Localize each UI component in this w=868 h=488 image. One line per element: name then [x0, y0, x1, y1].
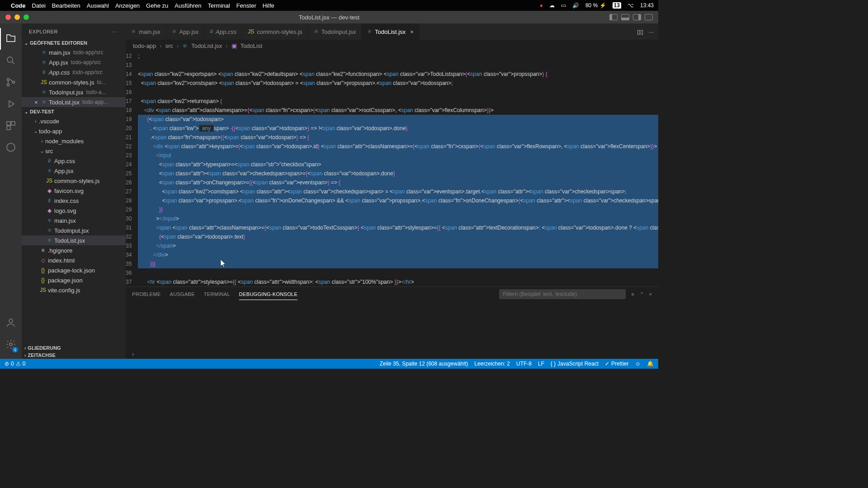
split-editor-icon[interactable]: ▯▯ [637, 28, 643, 35]
activity-debug[interactable] [0, 93, 22, 115]
app-name[interactable]: Code [11, 2, 26, 9]
file-item[interactable]: ⚛main.jsx [22, 216, 126, 225]
file-item[interactable]: ≡.hgignore [22, 245, 126, 255]
svg-rect-6 [7, 126, 10, 130]
panel-tab-output[interactable]: AUSGABE [170, 289, 195, 300]
layout-customize-icon[interactable] [645, 14, 653, 20]
open-editor-item[interactable]: ⚛TodoInput.jsxtodo-a... [22, 87, 126, 97]
file-item[interactable]: #index.css [22, 196, 126, 206]
folder-vscode[interactable]: ›.vscode [22, 116, 126, 126]
activity-settings[interactable]: 1 [0, 333, 22, 355]
activity-explorer[interactable] [0, 28, 22, 50]
status-eol[interactable]: LF [538, 361, 544, 367]
panel-filter-input[interactable] [499, 289, 626, 299]
tray-display-icon[interactable]: ▭ [561, 2, 566, 9]
breadcrumb[interactable]: todo-app› src› ⚛TodoList.jsx› ▣TodoList [126, 40, 658, 52]
status-encoding[interactable]: UTF-8 [516, 361, 532, 367]
file-item[interactable]: ◆logo.svg [22, 206, 126, 216]
status-cursor[interactable]: Zeile 35, Spalte 12 (608 ausgewählt) [380, 361, 468, 367]
file-item[interactable]: {}package.json [22, 275, 126, 285]
open-editor-item[interactable]: ⚛main.jsxtodo-app/src [22, 47, 126, 57]
tray-cloud-icon[interactable]: ☁ [549, 2, 555, 9]
open-editor-item[interactable]: ⚛App.jsxtodo-app/src [22, 57, 126, 67]
folder-src[interactable]: ⌄src [22, 146, 126, 156]
activity-remote[interactable] [0, 136, 22, 158]
menu-terminal[interactable]: Terminal [208, 2, 230, 9]
file-item[interactable]: {}package-lock.json [22, 265, 126, 275]
panel-close-icon[interactable]: × [649, 291, 652, 297]
folder-node-modules[interactable]: ›node_modules [22, 136, 126, 146]
panel-tab-debug[interactable]: DEBUGGING-KONSOLE [239, 289, 297, 300]
tray-time[interactable]: 13:43 [640, 2, 654, 9]
code-content[interactable]: ; <span class="kw2">exportspan> <span cl… [138, 52, 658, 286]
open-editor-item[interactable]: #App.csstodo-app/src [22, 67, 126, 77]
tray-control-icon[interactable]: ⌥ [627, 2, 634, 9]
tab-app-css[interactable]: #App.css [204, 23, 242, 40]
status-spaces[interactable]: Leerzeichen: 2 [474, 361, 510, 367]
open-editor-item[interactable]: ×⚛TodoList.jsxtodo-app... [22, 97, 126, 107]
activity-extensions[interactable] [0, 115, 22, 136]
tab-common-styles[interactable]: JScommon-styles.js [242, 23, 308, 40]
tab-main[interactable]: ⚛main.jsx [126, 23, 166, 40]
file-item[interactable]: #App.css [22, 156, 126, 166]
activity-search[interactable] [0, 50, 22, 71]
file-item[interactable]: JScommon-styles.js [22, 176, 126, 186]
menu-goto[interactable]: Gehe zu [146, 2, 168, 9]
file-item[interactable]: ⚛App.jsx [22, 166, 126, 176]
panel-tab-problems[interactable]: PROBLEME [132, 289, 161, 300]
close-tab-icon[interactable]: × [410, 28, 414, 35]
status-prettier[interactable]: ✓ Prettier [605, 361, 629, 367]
panel-tab-terminal[interactable]: TERMINAL [204, 289, 230, 300]
file-item[interactable]: ⚛TodoInput.jsx [22, 225, 126, 235]
tray-date[interactable]: 13 [613, 2, 621, 9]
status-bell-icon[interactable]: 🔔 [647, 361, 654, 367]
minimize-window-button[interactable] [14, 14, 20, 20]
bottom-panel: PROBLEME AUSGABE TERMINAL DEBUGGING-KONS… [126, 286, 658, 359]
chevron-right-icon: › [24, 353, 26, 358]
close-icon[interactable]: × [33, 99, 40, 106]
outline-header[interactable]: › GLIEDERUNG [22, 344, 126, 352]
tab-todoinput[interactable]: ⚛TodoInput.jsx [308, 23, 362, 40]
explorer-title: EXPLORER [29, 29, 58, 34]
menu-selection[interactable]: Auswahl [87, 2, 109, 9]
panel-filter-icon[interactable]: ≡ [631, 291, 634, 297]
toggle-panel-icon[interactable] [621, 14, 629, 20]
debug-console-body[interactable] [126, 301, 658, 349]
more-actions-icon[interactable]: ··· [649, 28, 654, 35]
open-editor-item[interactable]: JScommon-styles.jsto... [22, 77, 126, 87]
activity-scm[interactable] [0, 71, 22, 93]
folder-todo-app[interactable]: ⌄todo-app [22, 126, 126, 136]
timeline-header[interactable]: › ZEITACHSE [22, 352, 126, 359]
status-feedback-icon[interactable]: ☺ [635, 361, 641, 367]
tray-volume-icon[interactable]: 🔊 [572, 2, 579, 9]
open-editors-header[interactable]: ⌄ GEÖFFNETE EDITOREN [22, 39, 126, 47]
file-item[interactable]: ⚛TodoList.jsx [22, 235, 126, 245]
maximize-window-button[interactable] [24, 14, 29, 20]
close-window-button[interactable] [5, 14, 11, 20]
menu-file[interactable]: Datei [32, 2, 46, 9]
tray-rec-icon[interactable]: ● [540, 2, 543, 9]
panel-maximize-icon[interactable]: ⌃ [640, 291, 644, 297]
workspace-header[interactable]: ⌄ DEV-TEST [22, 108, 126, 115]
code-editor[interactable]: 1213141516171819202122232425262728293031… [126, 52, 658, 286]
chevron-down-icon: ⌄ [24, 41, 28, 46]
explorer-more-icon[interactable]: ··· [112, 29, 118, 34]
menu-window[interactable]: Fenster [236, 2, 256, 9]
file-item[interactable]: ◆favicon.svg [22, 186, 126, 196]
menu-edit[interactable]: Bearbeiten [52, 2, 80, 9]
status-errors[interactable]: ⊘ 0 ⚠ 0 [5, 361, 25, 367]
menu-view[interactable]: Anzeigen [115, 2, 140, 9]
toggle-secondary-icon[interactable] [633, 14, 641, 20]
tray-battery[interactable]: 80 % ⚡ [585, 2, 606, 9]
debug-prompt[interactable]: › [126, 349, 658, 359]
file-item[interactable]: ◇index.html [22, 255, 126, 265]
activity-account[interactable] [0, 312, 22, 333]
tab-app-jsx[interactable]: ⚛App.jsx [166, 23, 205, 40]
toggle-sidebar-icon[interactable] [609, 14, 618, 20]
explorer-header: EXPLORER ··· [22, 23, 126, 39]
file-item[interactable]: JSvite.config.js [22, 285, 126, 295]
menu-help[interactable]: Hilfe [263, 2, 274, 9]
tab-todolist[interactable]: ⚛TodoList.jsx× [362, 23, 420, 40]
menu-run[interactable]: Ausführen [175, 2, 201, 9]
status-language[interactable]: { } JavaScript React [551, 361, 599, 367]
